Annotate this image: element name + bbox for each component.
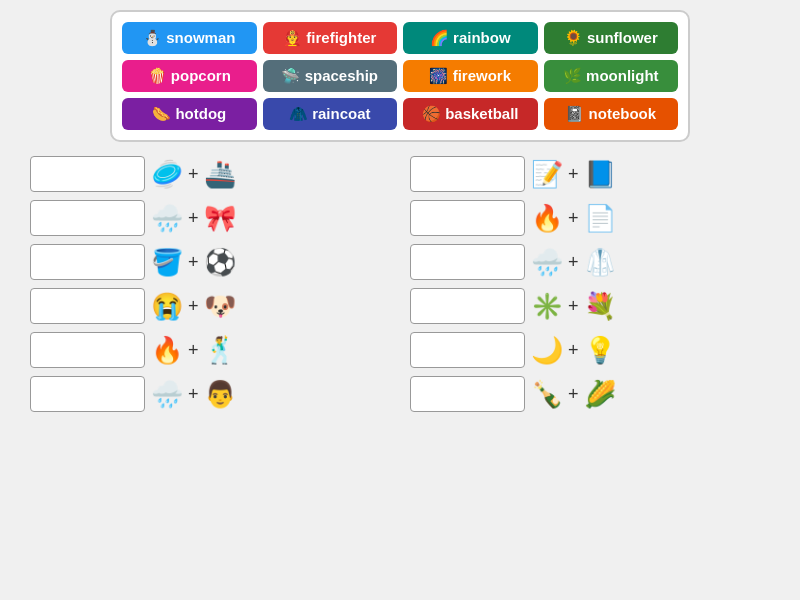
emoji-right-4-b: 💐 [584,291,616,322]
answer-right-1[interactable] [410,156,525,192]
emoji-left-1-b: 🚢 [204,159,236,190]
tile-firework[interactable]: 🎆 firework [403,60,538,92]
word-bank: ⛄ snowman 👨‍🚒 firefighter 🌈 rainbow 🌻 su… [110,10,690,142]
puzzle-left-2: 🌧️ + 🎀 [30,200,390,236]
emoji-right-4-a: ✳️ [531,291,563,322]
emoji-right-6-b: 🌽 [584,379,616,410]
plus-left-2: + [188,208,199,229]
answer-right-5[interactable] [410,332,525,368]
emoji-left-6-b: 👨 [204,379,236,410]
emoji-right-1-a: 📝 [531,159,563,190]
puzzle-left-5: 🔥 + 🕺 [30,332,390,368]
emoji-left-2-a: 🌧️ [151,203,183,234]
puzzle-left-4: 😭 + 🐶 [30,288,390,324]
emoji-left-1-a: 🥏 [151,159,183,190]
plus-left-3: + [188,252,199,273]
puzzle-right-1: 📝 + 📘 [410,156,770,192]
emoji-right-5-b: 💡 [584,335,616,366]
puzzle-right-5: 🌙 + 💡 [410,332,770,368]
emoji-left-4-b: 🐶 [204,291,236,322]
plus-left-4: + [188,296,199,317]
puzzle-right-4: ✳️ + 💐 [410,288,770,324]
plus-right-1: + [568,164,579,185]
tile-basketball[interactable]: 🏀 basketball [403,98,538,130]
emoji-right-6-a: 🍾 [531,379,563,410]
answer-right-3[interactable] [410,244,525,280]
puzzle-right-3: 🌧️ + 🥼 [410,244,770,280]
tile-notebook[interactable]: 📓 notebook [544,98,679,130]
plus-right-5: + [568,340,579,361]
tile-spaceship[interactable]: 🛸 spaceship [263,60,398,92]
answer-right-4[interactable] [410,288,525,324]
emoji-left-4-a: 😭 [151,291,183,322]
answer-left-3[interactable] [30,244,145,280]
plus-right-4: + [568,296,579,317]
puzzle-area: 🥏 + 🚢 📝 + 📘 🌧️ + 🎀 🔥 + 📄 🪣 [30,156,770,412]
tile-popcorn[interactable]: 🍿 popcorn [122,60,257,92]
answer-right-2[interactable] [410,200,525,236]
puzzle-right-6: 🍾 + 🌽 [410,376,770,412]
tile-moonlight[interactable]: 🌿 moonlight [544,60,679,92]
answer-left-5[interactable] [30,332,145,368]
emoji-right-3-b: 🥼 [584,247,616,278]
plus-left-1: + [188,164,199,185]
emoji-left-6-a: 🌧️ [151,379,183,410]
plus-right-3: + [568,252,579,273]
answer-right-6[interactable] [410,376,525,412]
answer-left-4[interactable] [30,288,145,324]
tile-hotdog[interactable]: 🌭 hotdog [122,98,257,130]
emoji-left-3-a: 🪣 [151,247,183,278]
emoji-left-2-b: 🎀 [204,203,236,234]
answer-left-2[interactable] [30,200,145,236]
answer-left-1[interactable] [30,156,145,192]
emoji-right-1-b: 📘 [584,159,616,190]
puzzle-left-1: 🥏 + 🚢 [30,156,390,192]
tile-firefighter[interactable]: 👨‍🚒 firefighter [263,22,398,54]
answer-left-6[interactable] [30,376,145,412]
plus-right-2: + [568,208,579,229]
plus-left-6: + [188,384,199,405]
puzzle-left-3: 🪣 + ⚽ [30,244,390,280]
emoji-left-5-b: 🕺 [204,335,236,366]
puzzle-right-2: 🔥 + 📄 [410,200,770,236]
plus-left-5: + [188,340,199,361]
emoji-right-2-a: 🔥 [531,203,563,234]
emoji-right-5-a: 🌙 [531,335,563,366]
emoji-left-3-b: ⚽ [204,247,236,278]
plus-right-6: + [568,384,579,405]
puzzle-left-6: 🌧️ + 👨 [30,376,390,412]
tile-sunflower[interactable]: 🌻 sunflower [544,22,679,54]
tile-raincoat[interactable]: 🧥 raincoat [263,98,398,130]
emoji-left-5-a: 🔥 [151,335,183,366]
tile-snowman[interactable]: ⛄ snowman [122,22,257,54]
emoji-right-2-b: 📄 [584,203,616,234]
tile-rainbow[interactable]: 🌈 rainbow [403,22,538,54]
emoji-right-3-a: 🌧️ [531,247,563,278]
